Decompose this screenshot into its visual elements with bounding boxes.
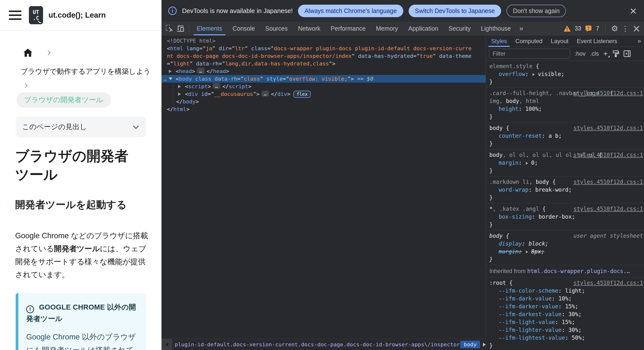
tab-console[interactable]: Console bbox=[227, 22, 260, 35]
stylesheet-source-link[interactable]: styles.4510f12d.css:1 bbox=[574, 89, 643, 97]
menu-icon[interactable] bbox=[9, 11, 22, 20]
tab-performance[interactable]: Performance bbox=[326, 22, 371, 35]
css-declaration[interactable]: --ifm-dark-value:10%; bbox=[486, 295, 644, 302]
inline-expand-icon[interactable]: … bbox=[197, 68, 204, 74]
kebab-menu-icon[interactable]: ⋮ bbox=[622, 24, 629, 33]
stylesheet-source-link[interactable]: styles.4510f12d.css:1 bbox=[574, 205, 643, 213]
device-toolbar-icon[interactable] bbox=[175, 23, 186, 34]
site-title[interactable]: ut.code(); Learn bbox=[48, 11, 106, 20]
css-declaration[interactable]: --ifm-darker-value:15%; bbox=[486, 302, 644, 310]
tab-application[interactable]: Application bbox=[403, 22, 443, 35]
node-actions-icon[interactable]: … bbox=[164, 75, 167, 83]
sidebar-tab-event-listeners[interactable]: Event Listeners bbox=[572, 36, 621, 47]
inspect-element-icon[interactable] bbox=[164, 23, 175, 34]
home-icon[interactable] bbox=[24, 49, 32, 57]
sidebar-tab-computed[interactable]: Computed bbox=[511, 36, 546, 47]
toggle-hover-state-button[interactable]: :hov bbox=[574, 50, 586, 57]
inline-expand-icon[interactable]: … bbox=[213, 83, 220, 89]
utcode-logo[interactable]: UT .C bbox=[29, 6, 43, 24]
tab-lighthouse[interactable]: Lighthouse bbox=[476, 22, 516, 35]
css-declaration[interactable]: --ifm-lightest-value:50%; bbox=[486, 334, 644, 342]
css-declaration[interactable]: margin:8px; bbox=[486, 248, 644, 255]
collapse-arrow-icon[interactable] bbox=[169, 75, 176, 83]
css-declaration[interactable]: display:block; bbox=[486, 240, 644, 248]
breadcrumb-current[interactable]: ブラウザの開発者ツール bbox=[17, 92, 110, 108]
expand-value-icon[interactable] bbox=[526, 251, 528, 253]
sidebar-tab-layout[interactable]: Layout bbox=[546, 36, 572, 47]
rule-selector[interactable]: *, .katex .angl bbox=[489, 205, 539, 213]
expand-arrow-icon[interactable] bbox=[178, 83, 185, 90]
tab-elements[interactable]: Elements bbox=[192, 22, 227, 35]
dom-token: =" bbox=[208, 91, 214, 97]
expand-value-icon[interactable] bbox=[532, 73, 535, 76]
css-declaration[interactable]: --ifm-lighter-value:30%; bbox=[486, 326, 644, 334]
css-declaration[interactable]: --ifm-light-value:15%; bbox=[486, 318, 644, 326]
dom-row[interactable]: <html lang="ja" dir="ltr" class="docs-wr… bbox=[162, 45, 475, 67]
css-declaration[interactable]: --ifm-color-scheme:light; bbox=[486, 287, 644, 295]
dom-row[interactable]: </html> bbox=[162, 105, 486, 113]
rule-selector[interactable]: element.style bbox=[489, 62, 532, 70]
right-arrow-icon[interactable] bbox=[483, 343, 486, 346]
rule-selector[interactable]: :root bbox=[489, 279, 506, 287]
issues-icon[interactable] bbox=[584, 23, 592, 34]
collapse-panel-icon[interactable] bbox=[624, 50, 631, 57]
crumb-path[interactable]: plugin-id-default.docs-version-current.d… bbox=[172, 341, 460, 347]
expand-value-icon[interactable] bbox=[526, 162, 528, 165]
tab-sources[interactable]: Sources bbox=[260, 22, 293, 35]
css-declaration[interactable]: height:100%; bbox=[486, 105, 644, 113]
css-declaration[interactable]: --ifm-darkest-value:30%; bbox=[486, 310, 644, 318]
dom-row[interactable]: <head>…</head> bbox=[162, 67, 486, 75]
css-declaration[interactable]: word-wrap:break-word; bbox=[486, 186, 644, 194]
tab-network[interactable]: Network bbox=[293, 22, 326, 35]
rule-selector[interactable]: .markdown li, body bbox=[489, 178, 549, 186]
toc-toggle[interactable]: このページの見出し bbox=[16, 117, 146, 137]
stylesheet-source-link[interactable]: styles.4510f12d.css:1 bbox=[574, 124, 643, 132]
dom-token: =" bbox=[237, 76, 244, 82]
css-declaration[interactable]: counter-reset:a b; bbox=[486, 132, 644, 140]
rule-selector[interactable]: body bbox=[489, 232, 502, 240]
inline-expand-icon[interactable]: … bbox=[262, 91, 269, 97]
devtools-close-icon[interactable]: × bbox=[632, 24, 640, 33]
dom-token: > bbox=[186, 106, 190, 112]
always-match-language-button[interactable]: Always match Chrome's language bbox=[298, 5, 403, 17]
crumb-scroll-left-button[interactable] bbox=[162, 339, 172, 350]
rendering-emulation-icon[interactable] bbox=[612, 50, 619, 57]
inherited-node-link[interactable]: html.docs-wrapper.plugin-docs.… bbox=[527, 268, 630, 274]
settings-gear-icon[interactable]: ⚙ bbox=[611, 24, 618, 33]
dom-row-selected[interactable]: …<body class data-rh="class" style="over… bbox=[162, 75, 486, 83]
new-style-rule-button[interactable]: + bbox=[603, 50, 608, 57]
dom-token: " bbox=[190, 61, 193, 67]
sidebar-more-tabs-icon[interactable]: » bbox=[638, 37, 644, 45]
flex-badge[interactable]: flex bbox=[293, 91, 311, 98]
dom-row[interactable]: <script>…</script> bbox=[162, 83, 486, 90]
crumb-selected-node[interactable]: body bbox=[460, 341, 480, 348]
stylesheet-source-link[interactable]: styles.4510f12d.css:1 bbox=[574, 151, 643, 159]
stylesheet-source-link[interactable]: styles.4510f12d.css:1 bbox=[574, 178, 643, 186]
dom-row[interactable]: </body> bbox=[162, 98, 486, 105]
dom-token: " bbox=[432, 53, 436, 59]
rule-selector[interactable]: body bbox=[489, 124, 502, 132]
breadcrumb-section[interactable]: ブラウザで動作するアプリを構築しよう bbox=[20, 67, 162, 76]
styles-filter-input[interactable] bbox=[489, 49, 570, 59]
warnings-icon[interactable] bbox=[563, 23, 571, 34]
toolbar-divider bbox=[189, 24, 189, 33]
infobar-close-icon[interactable]: × bbox=[629, 6, 637, 16]
body-paragraph: Google Chrome などのブラウザに搭載されている開発者ツールには、ウェ… bbox=[15, 229, 149, 281]
css-declaration[interactable]: margin:0; bbox=[486, 159, 644, 167]
dont-show-again-button[interactable]: Don't show again bbox=[506, 5, 566, 17]
more-tabs-icon[interactable]: » bbox=[516, 25, 527, 32]
dom-row[interactable]: <!DOCTYPE html> bbox=[162, 37, 486, 45]
expand-arrow-icon[interactable] bbox=[178, 90, 185, 98]
tab-memory[interactable]: Memory bbox=[371, 22, 403, 35]
dom-token: < bbox=[176, 76, 179, 82]
sidebar-tab-styles[interactable]: Styles bbox=[487, 36, 511, 47]
css-declaration[interactable]: overflow:visible; bbox=[486, 70, 644, 78]
style-rule: .markdown li, body {styles.4510f12d.css:… bbox=[486, 177, 644, 204]
expand-arrow-icon[interactable] bbox=[169, 67, 176, 75]
tab-security[interactable]: Security bbox=[443, 22, 476, 35]
css-declaration[interactable]: box-sizing:border-box; bbox=[486, 213, 644, 221]
switch-to-japanese-button[interactable]: Switch DevTools to Japanese bbox=[408, 5, 501, 17]
toggle-class-button[interactable]: .cls bbox=[590, 50, 599, 57]
stylesheet-source-link[interactable]: styles.4510f12d.css:1 bbox=[574, 279, 643, 287]
dom-row[interactable]: <div id="__docusaurus">…</div>flex bbox=[162, 90, 486, 98]
